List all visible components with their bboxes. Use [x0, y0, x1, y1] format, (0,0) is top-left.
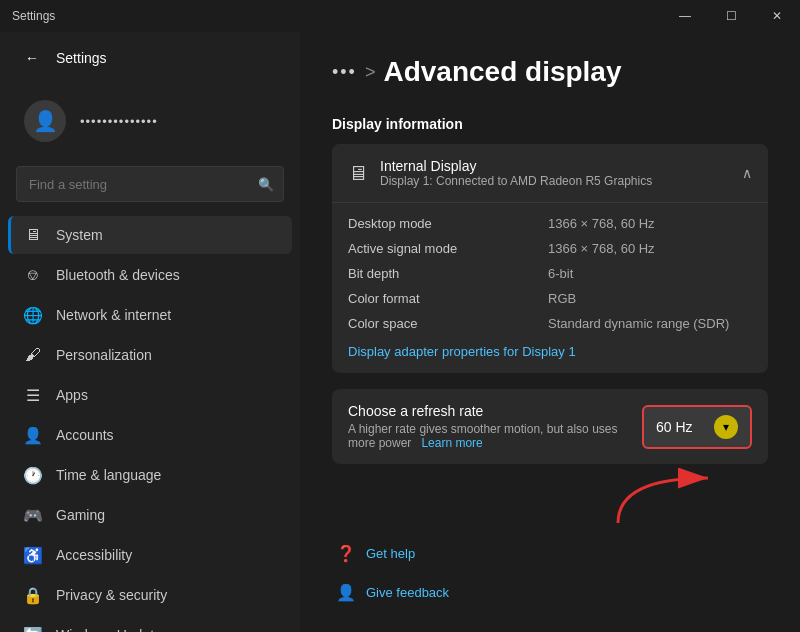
search-box: 🔍 — [16, 166, 284, 202]
user-name: •••••••••••••• — [80, 114, 158, 129]
chevron-down-icon: ▾ — [714, 415, 738, 439]
back-button[interactable]: ← — [16, 42, 48, 74]
chevron-up-icon: ∧ — [742, 165, 752, 181]
arrow-container — [332, 468, 768, 528]
bit-depth-label: Bit depth — [348, 266, 548, 281]
learn-more-link[interactable]: Learn more — [421, 436, 482, 450]
bit-depth-value: 6-bit — [548, 266, 573, 281]
bluetooth-icon: ⎊ — [24, 266, 42, 284]
sidebar-item-apps[interactable]: ☰ Apps — [8, 376, 292, 414]
nav-items: 🖥 System ⎊ Bluetooth & devices 🌐 Network… — [0, 214, 300, 632]
network-icon: 🌐 — [24, 306, 42, 324]
apps-icon: ☰ — [24, 386, 42, 404]
signal-mode-value: 1366 × 768, 60 Hz — [548, 241, 655, 256]
sidebar-item-bluetooth[interactable]: ⎊ Bluetooth & devices — [8, 256, 292, 294]
color-space-value: Standard dynamic range (SDR) — [548, 316, 729, 331]
color-format-value: RGB — [548, 291, 576, 306]
window-controls: — ☐ ✕ — [662, 0, 800, 32]
sidebar-item-gaming[interactable]: 🎮 Gaming — [8, 496, 292, 534]
refresh-desc: A higher rate gives smoother motion, but… — [348, 422, 642, 450]
info-row-colorspace: Color space Standard dynamic range (SDR) — [348, 311, 752, 336]
privacy-icon: 🔒 — [24, 586, 42, 604]
sidebar: ← Settings 👤 •••••••••••••• 🔍 🖥 System ⎊… — [0, 32, 300, 632]
sidebar-item-label-system: System — [56, 227, 103, 243]
give-feedback-link[interactable]: 👤 Give feedback — [332, 575, 768, 610]
accessibility-icon: ♿ — [24, 546, 42, 564]
sidebar-item-privacy[interactable]: 🔒 Privacy & security — [8, 576, 292, 614]
sidebar-item-time[interactable]: 🕐 Time & language — [8, 456, 292, 494]
sidebar-item-label-gaming: Gaming — [56, 507, 105, 523]
give-feedback-label: Give feedback — [366, 585, 449, 600]
display-name: Internal Display — [380, 158, 652, 174]
info-row-signal: Active signal mode 1366 × 768, 60 Hz — [348, 236, 752, 261]
back-icon: ← — [25, 50, 39, 66]
color-format-label: Color format — [348, 291, 548, 306]
close-button[interactable]: ✕ — [754, 0, 800, 32]
sidebar-title: Settings — [56, 50, 107, 66]
info-row-colorformat: Color format RGB — [348, 286, 752, 311]
minimize-button[interactable]: — — [662, 0, 708, 32]
avatar-icon: 👤 — [33, 109, 58, 133]
info-row-bitdepth: Bit depth 6-bit — [348, 261, 752, 286]
sidebar-item-label-bluetooth: Bluetooth & devices — [56, 267, 180, 283]
app-title: Settings — [12, 9, 55, 23]
accounts-icon: 👤 — [24, 426, 42, 444]
signal-mode-label: Active signal mode — [348, 241, 548, 256]
search-input[interactable] — [16, 166, 284, 202]
display-card: 🖥 Internal Display Display 1: Connected … — [332, 144, 768, 373]
sidebar-item-label-privacy: Privacy & security — [56, 587, 167, 603]
sidebar-header: ← Settings — [0, 32, 300, 84]
refresh-section: Choose a refresh rate A higher rate give… — [332, 389, 768, 464]
display-header-left: 🖥 Internal Display Display 1: Connected … — [348, 158, 652, 188]
display-header[interactable]: 🖥 Internal Display Display 1: Connected … — [332, 144, 768, 203]
system-icon: 🖥 — [24, 226, 42, 244]
sidebar-item-network[interactable]: 🌐 Network & internet — [8, 296, 292, 334]
color-space-label: Color space — [348, 316, 548, 331]
refresh-value: 60 Hz — [656, 419, 693, 435]
monitor-icon: 🖥 — [348, 162, 368, 185]
sidebar-item-accessibility[interactable]: ♿ Accessibility — [8, 536, 292, 574]
help-icon: ❓ — [336, 544, 356, 563]
sidebar-item-label-time: Time & language — [56, 467, 161, 483]
display-subtitle: Display 1: Connected to AMD Radeon R5 Gr… — [380, 174, 652, 188]
main-content: ••• > Advanced display Display informati… — [300, 32, 800, 632]
titlebar: Settings — ☐ ✕ — [0, 0, 800, 32]
sidebar-item-label-update: Windows Update — [56, 627, 162, 632]
feedback-icon: 👤 — [336, 583, 356, 602]
refresh-label: Choose a refresh rate — [348, 403, 642, 419]
app-container: ← Settings 👤 •••••••••••••• 🔍 🖥 System ⎊… — [0, 32, 800, 632]
sidebar-item-personalization[interactable]: 🖌 Personalization — [8, 336, 292, 374]
maximize-button[interactable]: ☐ — [708, 0, 754, 32]
bottom-links: ❓ Get help 👤 Give feedback — [332, 536, 768, 610]
sidebar-item-update[interactable]: 🔄 Windows Update — [8, 616, 292, 632]
adapter-link[interactable]: Display adapter properties for Display 1 — [348, 344, 752, 359]
sidebar-item-label-personalization: Personalization — [56, 347, 152, 363]
section-title: Display information — [332, 116, 768, 132]
personalization-icon: 🖌 — [24, 346, 42, 364]
breadcrumb-sep: > — [365, 62, 376, 83]
desktop-mode-label: Desktop mode — [348, 216, 548, 231]
info-row-desktop: Desktop mode 1366 × 768, 60 Hz — [348, 211, 752, 236]
sidebar-item-system[interactable]: 🖥 System — [8, 216, 292, 254]
desktop-mode-value: 1366 × 768, 60 Hz — [548, 216, 655, 231]
sidebar-item-label-accounts: Accounts — [56, 427, 114, 443]
breadcrumb-dots: ••• — [332, 62, 357, 83]
gaming-icon: 🎮 — [24, 506, 42, 524]
refresh-text: Choose a refresh rate A higher rate give… — [348, 403, 642, 450]
time-icon: 🕐 — [24, 466, 42, 484]
sidebar-item-label-apps: Apps — [56, 387, 88, 403]
get-help-link[interactable]: ❓ Get help — [332, 536, 768, 571]
sidebar-item-label-accessibility: Accessibility — [56, 547, 132, 563]
display-info: Internal Display Display 1: Connected to… — [380, 158, 652, 188]
display-info-grid: Desktop mode 1366 × 768, 60 Hz Active si… — [332, 203, 768, 373]
avatar: 👤 — [24, 100, 66, 142]
user-profile[interactable]: 👤 •••••••••••••• — [8, 88, 292, 154]
page-title: Advanced display — [383, 56, 621, 88]
red-arrow-svg — [588, 468, 748, 528]
refresh-dropdown[interactable]: 60 Hz ▾ — [642, 405, 752, 449]
update-icon: 🔄 — [24, 626, 42, 632]
sidebar-item-label-network: Network & internet — [56, 307, 171, 323]
page-header: ••• > Advanced display — [332, 56, 768, 88]
sidebar-item-accounts[interactable]: 👤 Accounts — [8, 416, 292, 454]
get-help-label: Get help — [366, 546, 415, 561]
